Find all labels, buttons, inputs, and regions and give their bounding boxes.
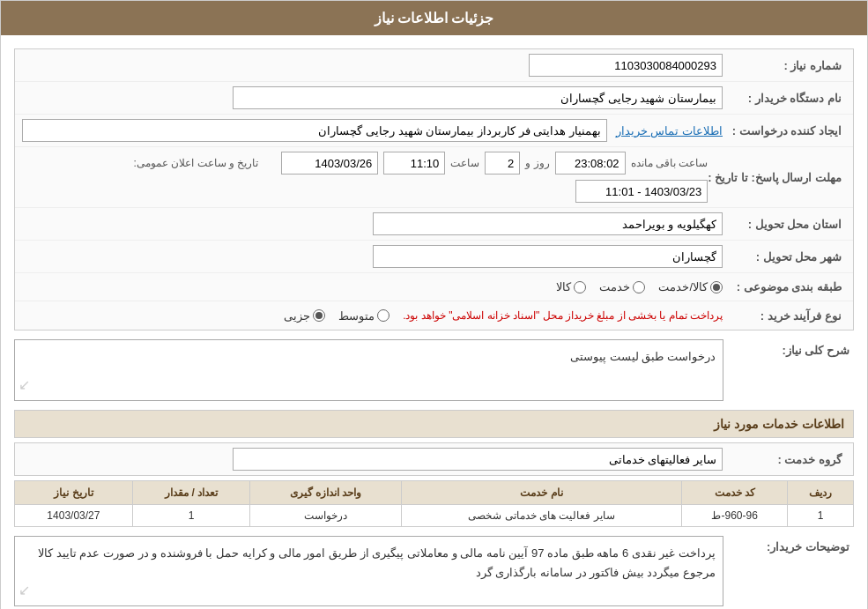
col-radif: ردیف — [788, 481, 854, 505]
col-namKhadamat: نام خدمت — [401, 481, 681, 505]
tabaqeBandi-row: طبقه بندی موضوعی : کالا/خدمت خدمت — [15, 273, 853, 301]
col-tedad: تعداد / مقدار — [132, 481, 250, 505]
tosihKhardar-label: توضیحات خریدار: — [731, 536, 854, 553]
shahrMahaliTahvil-label: شهر محل تحویل : — [723, 250, 846, 264]
radio-khadamat[interactable]: خدمت — [599, 280, 645, 293]
table-cell-3: درخواست — [250, 505, 401, 527]
tarikhVaSaatElan-label: تاریخ و ساعت اعلان عمومی: — [134, 157, 259, 169]
sharhKoliNiaz-section: شرح کلی نیاز: درخواست طبق لیست پیوستی ↙ — [14, 339, 854, 401]
main-info-section: شماره نیاز : نام دستگاه خریدار : ایجاد ک… — [14, 48, 854, 330]
rooz-input[interactable] — [485, 152, 520, 175]
content-area: شماره نیاز : نام دستگاه خریدار : ایجاد ک… — [1, 35, 867, 609]
radio-motavasset-label: متوسط — [338, 309, 375, 323]
radio-jozyi-circle — [313, 309, 325, 322]
ijadKonande-value-cell: اطلاعات تماس خریدار — [22, 119, 723, 142]
tosihKhardar-box: پرداخت غیر نقدی 6 ماهه طبق ماده 97 آیین … — [14, 536, 723, 606]
groupKhadamat-label: گروه خدمت : — [723, 453, 846, 466]
tosihKhardar-text: پرداخت غیر نقدی 6 ماهه طبق ماده 97 آیین … — [38, 546, 716, 579]
ostanMahaliTahvil-input[interactable] — [373, 212, 723, 235]
mohlatErsalPasokh-value-cell: ساعت باقی مانده روز و ساعت تاریخ و ساعت … — [22, 152, 708, 203]
sharhKoliNiaz-label: شرح کلی نیاز: — [731, 339, 854, 357]
shahrMahaliTahvil-row: شهر محل تحویل : — [15, 241, 853, 273]
table-header-row: ردیف کد خدمت نام خدمت واحد اندازه گیری ت… — [15, 481, 854, 505]
namDasgah-value-cell — [22, 86, 723, 109]
radio-motavasset[interactable]: متوسط — [338, 309, 389, 323]
sharhKoliNiaz-box: درخواست طبق لیست پیوستی ↙ — [14, 339, 723, 401]
sharhKoliNiaz-container: درخواست طبق لیست پیوستی ↙ — [14, 339, 723, 401]
mohlatErsalPasokh-label: مهلت ارسال پاسخ: تا تاریخ : — [708, 171, 846, 184]
noeFarayandKharid-value-cell: پرداخت تمام یا بخشی از مبلغ خریداز محل "… — [22, 309, 723, 323]
col-vahedAndaze: واحد اندازه گیری — [250, 481, 401, 505]
saatBaghimandeh-input[interactable] — [555, 152, 626, 175]
ostanMahaliTahvil-label: استان محل تحویل : — [723, 218, 846, 231]
mohlatErsalPasokh-row: مهلت ارسال پاسخ: تا تاریخ : ساعت باقی ما… — [15, 147, 853, 208]
ijadKonande-label: ایجاد کننده درخواست : — [723, 124, 846, 137]
tosihKhardar-container: پرداخت غیر نقدی 6 ماهه طبق ماده 97 آیین … — [14, 536, 723, 606]
shahrMahaliTahvil-value-cell — [22, 245, 723, 268]
farayandText: پرداخت تمام یا بخشی از مبلغ خریداز محل "… — [403, 309, 723, 322]
radio-kalaKhadamat[interactable]: کالا/خدمت — [658, 280, 723, 293]
noeFarayandKharid-label: نوع فرآیند خرید : — [723, 309, 846, 323]
radio-kala[interactable]: کالا — [556, 280, 586, 293]
page-title: جزئیات اطلاعات نیاز — [375, 11, 494, 26]
rooz-label: روز و — [525, 157, 549, 169]
namDasgah-row: نام دستگاه خریدار : — [15, 82, 853, 115]
tabaqeBandi-value-cell: کالا/خدمت خدمت کالا — [22, 280, 723, 293]
saatPasokh-input[interactable] — [383, 152, 445, 175]
table-header: ردیف کد خدمت نام خدمت واحد اندازه گیری ت… — [15, 481, 854, 505]
shomareNiaz-row: شماره نیاز : — [15, 49, 853, 82]
ijadKonande-input[interactable] — [22, 119, 607, 142]
noeFarayandKharid-row: نوع فرآیند خرید : پرداخت تمام یا بخشی از… — [15, 301, 853, 330]
groupKhadamat-row: گروه خدمت : — [14, 442, 854, 476]
table-cell-5: 1403/03/27 — [15, 505, 133, 527]
shomareNiaz-input[interactable] — [529, 54, 723, 77]
shomareNiaz-label: شماره نیاز : — [723, 59, 846, 72]
col-kodKhadamat: کد خدمت — [681, 481, 787, 505]
sharhKoliNiaz-text: درخواست طبق لیست پیوستی — [570, 350, 716, 363]
ostanMahaliTahvil-row: استان محل تحویل : — [15, 208, 853, 241]
ostanMahaliTahvil-value-cell — [22, 212, 723, 235]
tabaqeBandi-label: طبقه بندی موضوعی : — [723, 280, 846, 293]
namDasgah-input[interactable] — [233, 86, 723, 109]
table-cell-2: سایر فعالیت های خدماتی شخصی — [401, 505, 681, 527]
service-table: ردیف کد خدمت نام خدمت واحد اندازه گیری ت… — [14, 480, 854, 527]
radio-jozyi[interactable]: جزیی — [284, 309, 325, 323]
table-cell-4: 1 — [132, 505, 250, 527]
namDasgah-label: نام دستگاه خریدار : — [723, 92, 846, 105]
table-cell-0: 1 — [788, 505, 854, 527]
radio-motavasset-circle — [377, 309, 389, 322]
radio-khadamat-label: خدمت — [599, 280, 630, 293]
table-row: 1960-96-طسایر فعالیت های خدماتی شخصیدرخو… — [15, 505, 854, 527]
col-tarikhNiaz: تاریخ نیاز — [15, 481, 133, 505]
ittelaatTamasKhardar-link[interactable]: اطلاعات تماس خریدار — [616, 124, 723, 137]
page-wrapper: جزئیات اطلاعات نیاز شماره نیاز : نام دست… — [0, 0, 868, 609]
resize-icon-2: ↙ — [19, 578, 30, 602]
radio-jozyi-label: جزیی — [284, 309, 310, 323]
table-body: 1960-96-طسایر فعالیت های خدماتی شخصیدرخو… — [15, 505, 854, 527]
radio-kalaKhadamat-circle — [710, 281, 723, 293]
tosihKhardar-section: توضیحات خریدار: پرداخت غیر نقدی 6 ماهه ط… — [14, 536, 854, 606]
tarikhPasokh-input[interactable] — [281, 152, 378, 175]
shomareNiaz-value-cell — [22, 54, 723, 77]
saat-label: ساعت — [450, 157, 479, 169]
ettelaatKhadamat-header: اطلاعات خدمات مورد نیاز — [14, 410, 854, 438]
saatBaghimandeh-label: ساعت باقی مانده — [631, 157, 708, 169]
radio-kala-circle — [574, 281, 586, 293]
radio-kalaKhadamat-label: کالا/خدمت — [658, 280, 708, 293]
resize-icon: ↙ — [19, 373, 30, 397]
page-header: جزئیات اطلاعات نیاز — [1, 1, 867, 35]
table-cell-1: 960-96-ط — [681, 505, 787, 527]
shahrMahaliTahvil-input[interactable] — [373, 245, 723, 268]
radio-kala-label: کالا — [556, 280, 571, 293]
ijadKonande-row: ایجاد کننده درخواست : اطلاعات تماس خریدا… — [15, 115, 853, 147]
radio-khadamat-circle — [633, 281, 645, 293]
groupKhadamat-value-cell — [22, 448, 723, 471]
tarikhVaSaatElan-input[interactable] — [575, 180, 708, 203]
groupKhadamat-input[interactable] — [233, 448, 723, 471]
